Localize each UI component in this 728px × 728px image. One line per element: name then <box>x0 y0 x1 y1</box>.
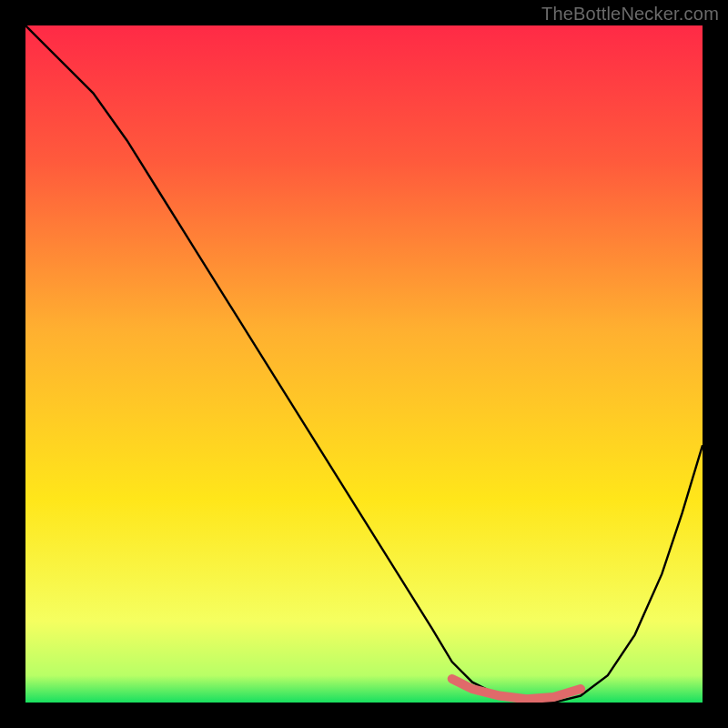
watermark-text: TheBottleNecker.com <box>541 4 719 25</box>
bottleneck-chart <box>0 0 728 728</box>
chart-frame: TheBottleNecker.com <box>0 0 728 728</box>
gradient-background <box>25 25 703 703</box>
